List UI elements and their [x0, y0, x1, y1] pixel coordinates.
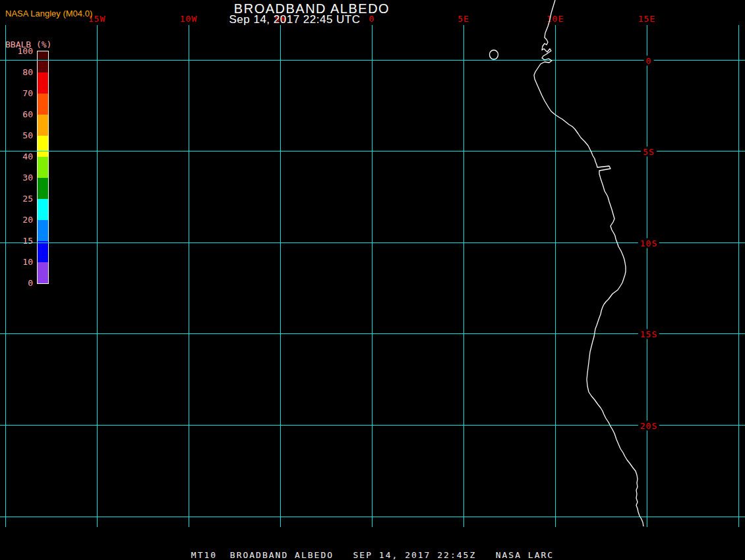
sao-tome-island: [490, 50, 498, 59]
map-stage: NASA Langley (M04.0) BROADBAND ALBEDO Se…: [0, 0, 745, 560]
africa-west-coastline: [534, 0, 643, 526]
coastline-layer: [0, 0, 745, 560]
